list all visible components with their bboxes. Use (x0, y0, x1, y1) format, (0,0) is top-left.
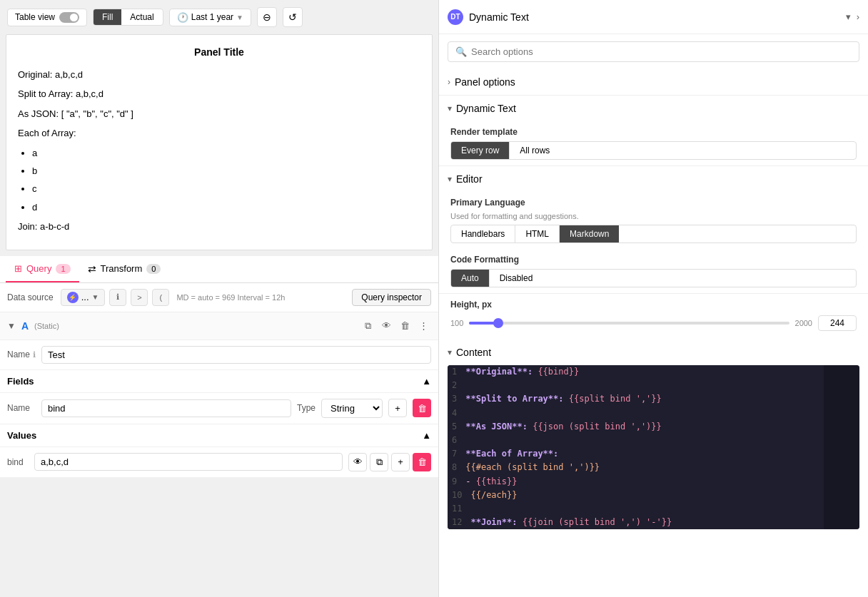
delete-field-button[interactable]: 🗑 (413, 399, 431, 417)
every-row-button[interactable]: Every row (451, 142, 510, 159)
code-line: 3 **Split to Array**: {{split bind ','}} (448, 392, 859, 406)
slider-row: 100 2000 (450, 315, 857, 331)
content-section: ▾ Content 1 **Original**: {{bind}} 2 3 *… (439, 340, 868, 538)
markdown-button[interactable]: Markdown (560, 225, 619, 243)
values-row: bind 👁 ⧉ + 🗑 (0, 447, 438, 478)
fields-name-input[interactable] (41, 399, 291, 417)
right-panel: DT Dynamic Text ▾ › 🔍 › Panel options ▾ … (438, 0, 868, 597)
transform-icon: ⇄ (88, 263, 96, 275)
search-box: 🔍 (448, 41, 859, 62)
collapse-button[interactable]: ▼ (7, 321, 16, 331)
code-line: 9 - {{this}} (448, 475, 859, 489)
time-range-picker[interactable]: 🕐 Last 1 year ▼ (169, 9, 251, 26)
fields-name-label: Name (7, 403, 36, 413)
dynamic-text-header[interactable]: ▾ Dynamic Text (439, 96, 868, 121)
search-input[interactable] (471, 46, 852, 57)
code-line: 1 **Original**: {{bind}} (448, 365, 859, 379)
values-section-header[interactable]: Values ▲ (0, 424, 438, 447)
height-slider-container: Height, px 100 2000 (439, 294, 868, 340)
datasource-icon: ⚡ (67, 292, 79, 303)
query-actions: ⧉ 👁 🗑 ⋮ (360, 318, 431, 334)
fill-button[interactable]: Fill (94, 9, 121, 25)
zoom-out-icon: ⊖ (263, 11, 271, 23)
code-editor[interactable]: 1 **Original**: {{bind}} 2 3 **Split to … (448, 365, 859, 529)
all-rows-button[interactable]: All rows (510, 142, 560, 159)
copy-button[interactable]: ⧉ (370, 453, 388, 471)
code-formatting-group: Auto Disabled (450, 269, 857, 287)
fields-collapse-icon: ▲ (422, 376, 431, 387)
panel-options-label: Panel options (455, 76, 515, 88)
fields-type-select[interactable]: String Number Boolean (321, 399, 383, 418)
disabled-button[interactable]: Disabled (490, 270, 543, 287)
dynamic-text-label: Dynamic Text (456, 103, 516, 114)
auto-button[interactable]: Auto (451, 270, 490, 287)
datasource-expand-btn[interactable]: > (131, 289, 148, 306)
primary-language-sub: Used for formatting and suggestions. (450, 212, 857, 220)
eye-button[interactable]: 👁 (348, 453, 367, 471)
code-line: 12 **Join**: {{join (split bind ',') '-'… (448, 516, 859, 529)
query-name-input[interactable] (41, 346, 431, 364)
code-line: 5 **As JSON**: {{json (split bind ',')}} (448, 420, 859, 434)
code-line: 11 (448, 502, 859, 516)
table-view-switch[interactable] (59, 12, 79, 23)
delete-value-button[interactable]: 🗑 (413, 453, 431, 471)
code-formatting-label: Code Formatting (450, 255, 857, 265)
primary-language-label: Primary Language (450, 198, 857, 208)
dynamic-text-collapse-icon: ▾ (448, 103, 452, 113)
zoom-out-button[interactable]: ⊖ (257, 7, 277, 27)
datasource-bar: Data source ⚡ ... ▼ ℹ > ( MD = auto = 96… (0, 283, 438, 312)
values-actions: 👁 ⧉ + 🗑 (348, 453, 431, 471)
name-info-icon: ℹ (33, 350, 36, 359)
bind-value-input[interactable] (34, 453, 343, 471)
render-template-group: Every row All rows (450, 141, 857, 160)
html-button[interactable]: HTML (515, 225, 560, 243)
list-item: d (32, 199, 420, 215)
slider-track[interactable] (469, 322, 789, 325)
duplicate-query-btn[interactable]: ⧉ (360, 318, 375, 334)
datasource-meta: MD = auto = 969 Interval = 12h (176, 293, 285, 302)
table-view-toggle[interactable]: Table view (7, 9, 87, 26)
fields-row: Name Type String Number Boolean + 🗑 (0, 393, 438, 424)
datasource-paren-btn[interactable]: ( (152, 289, 169, 306)
fill-actual-group: Fill Actual (93, 9, 163, 26)
query-count-badge: 1 (56, 264, 70, 274)
query-letter: A (21, 320, 29, 332)
header-forward-icon[interactable]: › (857, 11, 859, 22)
add-value-button[interactable]: + (391, 453, 410, 471)
query-name-row: Name ℹ (0, 340, 438, 370)
handlebars-button[interactable]: Handlebars (451, 225, 515, 243)
slider-thumb[interactable] (493, 318, 503, 328)
height-label: Height, px (450, 300, 857, 310)
editor-collapse-icon: ▾ (448, 174, 452, 184)
content-collapse-icon: ▾ (448, 347, 452, 357)
delete-query-btn[interactable]: 🗑 (397, 318, 413, 334)
add-field-button[interactable]: + (388, 399, 407, 417)
height-value-input[interactable] (818, 315, 857, 331)
table-view-label: Table view (15, 12, 55, 22)
datasource-info-btn[interactable]: ℹ (109, 289, 126, 306)
datasource-chevron: ▼ (92, 293, 99, 301)
code-formatting-option: Code Formatting Auto Disabled (439, 249, 868, 293)
slider-max: 2000 (795, 319, 812, 327)
header-chevron-icon[interactable]: ▾ (846, 11, 851, 22)
list-item: a (32, 145, 420, 161)
hide-query-btn[interactable]: 👁 (378, 318, 394, 334)
content-header[interactable]: ▾ Content (439, 340, 868, 365)
panel-options-header[interactable]: › Panel options (439, 69, 868, 95)
fields-section-header[interactable]: Fields ▲ (0, 370, 438, 393)
panel-options-expand-icon: › (448, 77, 450, 87)
refresh-button[interactable]: ↺ (283, 7, 303, 27)
datasource-selector[interactable]: ⚡ ... ▼ (61, 289, 106, 306)
tab-transform[interactable]: ⇄ Transform 0 (79, 256, 170, 283)
actual-button[interactable]: Actual (121, 9, 162, 25)
query-inspector-button[interactable]: Query inspector (352, 289, 431, 306)
values-title: Values (7, 430, 36, 441)
tab-query[interactable]: ⊞ Query 1 (6, 256, 79, 282)
plugin-name: Dynamic Text (469, 11, 840, 23)
editor-header[interactable]: ▾ Editor (439, 166, 868, 192)
more-query-btn[interactable]: ⋮ (415, 318, 431, 334)
fields-title: Fields (7, 376, 34, 387)
query-tabs: ⊞ Query 1 ⇄ Transform 0 (0, 256, 438, 283)
render-template-option: Render template Every row All rows (439, 121, 868, 165)
datasource-name: ... (81, 292, 89, 302)
